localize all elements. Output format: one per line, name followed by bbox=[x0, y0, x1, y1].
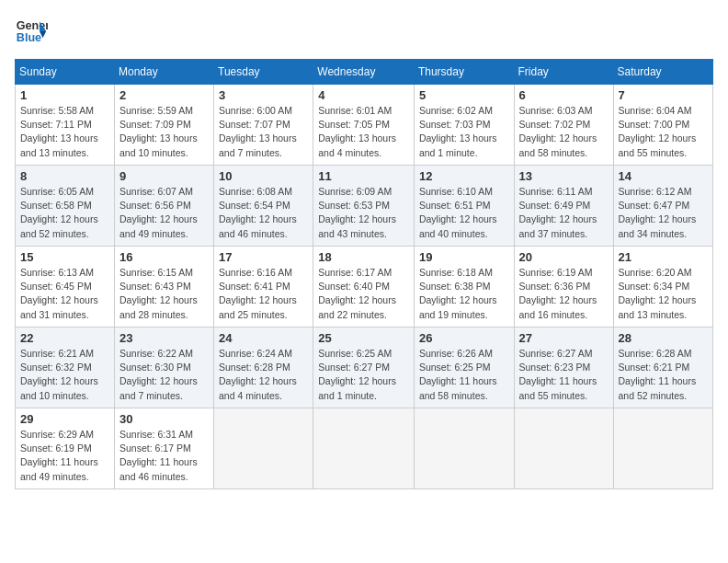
calendar-cell: 5Sunrise: 6:02 AM Sunset: 7:03 PM Daylig… bbox=[414, 85, 514, 166]
day-number: 22 bbox=[20, 331, 109, 345]
day-info: Sunrise: 6:13 AM Sunset: 6:45 PM Dayligh… bbox=[20, 266, 109, 322]
calendar-cell: 17Sunrise: 6:16 AM Sunset: 6:41 PM Dayli… bbox=[214, 247, 313, 327]
day-info: Sunrise: 6:08 AM Sunset: 6:54 PM Dayligh… bbox=[219, 185, 308, 241]
day-info: Sunrise: 6:21 AM Sunset: 6:32 PM Dayligh… bbox=[20, 347, 109, 403]
day-number: 12 bbox=[419, 169, 509, 183]
calendar-cell: 8Sunrise: 6:05 AM Sunset: 6:58 PM Daylig… bbox=[16, 166, 115, 247]
day-number: 19 bbox=[419, 250, 509, 264]
day-number: 9 bbox=[119, 169, 209, 183]
weekday-header-sunday: Sunday bbox=[16, 60, 115, 85]
calendar-week-row: 1Sunrise: 5:58 AM Sunset: 7:11 PM Daylig… bbox=[16, 85, 713, 166]
calendar-cell: 12Sunrise: 6:10 AM Sunset: 6:51 PM Dayli… bbox=[414, 166, 514, 247]
day-number: 3 bbox=[219, 88, 308, 102]
calendar-cell: 13Sunrise: 6:11 AM Sunset: 6:49 PM Dayli… bbox=[514, 166, 613, 247]
calendar-cell: 10Sunrise: 6:08 AM Sunset: 6:54 PM Dayli… bbox=[214, 166, 313, 247]
calendar-cell: 2Sunrise: 5:59 AM Sunset: 7:09 PM Daylig… bbox=[115, 85, 214, 166]
calendar-cell: 29Sunrise: 6:29 AM Sunset: 6:19 PM Dayli… bbox=[16, 408, 115, 489]
logo-icon: General Blue bbox=[15, 15, 48, 48]
page-header: General Blue bbox=[15, 15, 713, 48]
day-info: Sunrise: 6:25 AM Sunset: 6:27 PM Dayligh… bbox=[318, 347, 409, 403]
day-info: Sunrise: 6:07 AM Sunset: 6:56 PM Dayligh… bbox=[119, 185, 209, 241]
calendar-week-row: 8Sunrise: 6:05 AM Sunset: 6:58 PM Daylig… bbox=[16, 166, 713, 247]
calendar-cell: 28Sunrise: 6:28 AM Sunset: 6:21 PM Dayli… bbox=[613, 327, 712, 408]
day-info: Sunrise: 5:59 AM Sunset: 7:09 PM Dayligh… bbox=[119, 104, 209, 160]
weekday-header-row: SundayMondayTuesdayWednesdayThursdayFrid… bbox=[16, 60, 713, 85]
day-info: Sunrise: 6:31 AM Sunset: 6:17 PM Dayligh… bbox=[119, 428, 209, 484]
day-info: Sunrise: 6:27 AM Sunset: 6:23 PM Dayligh… bbox=[519, 347, 609, 403]
calendar-cell: 22Sunrise: 6:21 AM Sunset: 6:32 PM Dayli… bbox=[16, 327, 115, 408]
weekday-header-saturday: Saturday bbox=[613, 60, 712, 85]
day-number: 13 bbox=[519, 169, 609, 183]
day-number: 15 bbox=[20, 250, 109, 264]
calendar-cell: 27Sunrise: 6:27 AM Sunset: 6:23 PM Dayli… bbox=[514, 327, 613, 408]
day-number: 29 bbox=[20, 412, 109, 426]
day-number: 26 bbox=[419, 331, 509, 345]
day-info: Sunrise: 6:15 AM Sunset: 6:43 PM Dayligh… bbox=[119, 266, 209, 322]
calendar-cell: 4Sunrise: 6:01 AM Sunset: 7:05 PM Daylig… bbox=[313, 85, 415, 166]
day-info: Sunrise: 6:20 AM Sunset: 6:34 PM Dayligh… bbox=[619, 266, 708, 322]
calendar-cell: 9Sunrise: 6:07 AM Sunset: 6:56 PM Daylig… bbox=[115, 166, 214, 247]
calendar-cell: 21Sunrise: 6:20 AM Sunset: 6:34 PM Dayli… bbox=[613, 247, 712, 327]
day-info: Sunrise: 6:01 AM Sunset: 7:05 PM Dayligh… bbox=[318, 104, 409, 160]
day-number: 14 bbox=[619, 169, 708, 183]
logo: General Blue bbox=[15, 15, 51, 48]
calendar-cell: 14Sunrise: 6:12 AM Sunset: 6:47 PM Dayli… bbox=[613, 166, 712, 247]
calendar-cell: 11Sunrise: 6:09 AM Sunset: 6:53 PM Dayli… bbox=[313, 166, 415, 247]
day-info: Sunrise: 6:16 AM Sunset: 6:41 PM Dayligh… bbox=[219, 266, 308, 322]
day-info: Sunrise: 6:12 AM Sunset: 6:47 PM Dayligh… bbox=[619, 185, 708, 241]
calendar-cell bbox=[214, 408, 313, 489]
calendar-cell: 30Sunrise: 6:31 AM Sunset: 6:17 PM Dayli… bbox=[115, 408, 214, 489]
day-info: Sunrise: 6:19 AM Sunset: 6:36 PM Dayligh… bbox=[519, 266, 609, 322]
day-info: Sunrise: 6:05 AM Sunset: 6:58 PM Dayligh… bbox=[20, 185, 109, 241]
day-number: 1 bbox=[20, 88, 109, 102]
calendar-cell: 15Sunrise: 6:13 AM Sunset: 6:45 PM Dayli… bbox=[16, 247, 115, 327]
calendar-cell: 1Sunrise: 5:58 AM Sunset: 7:11 PM Daylig… bbox=[16, 85, 115, 166]
calendar-cell: 18Sunrise: 6:17 AM Sunset: 6:40 PM Dayli… bbox=[313, 247, 415, 327]
day-number: 11 bbox=[318, 169, 409, 183]
day-number: 2 bbox=[119, 88, 209, 102]
day-number: 6 bbox=[519, 88, 609, 102]
calendar-table: SundayMondayTuesdayWednesdayThursdayFrid… bbox=[15, 59, 713, 489]
weekday-header-monday: Monday bbox=[115, 60, 214, 85]
calendar-cell: 7Sunrise: 6:04 AM Sunset: 7:00 PM Daylig… bbox=[613, 85, 712, 166]
day-info: Sunrise: 6:11 AM Sunset: 6:49 PM Dayligh… bbox=[519, 185, 609, 241]
day-number: 25 bbox=[318, 331, 409, 345]
calendar-cell: 16Sunrise: 6:15 AM Sunset: 6:43 PM Dayli… bbox=[115, 247, 214, 327]
day-number: 27 bbox=[519, 331, 609, 345]
day-info: Sunrise: 6:22 AM Sunset: 6:30 PM Dayligh… bbox=[119, 347, 209, 403]
weekday-header-thursday: Thursday bbox=[414, 60, 514, 85]
calendar-cell: 19Sunrise: 6:18 AM Sunset: 6:38 PM Dayli… bbox=[414, 247, 514, 327]
day-info: Sunrise: 6:00 AM Sunset: 7:07 PM Dayligh… bbox=[219, 104, 308, 160]
day-info: Sunrise: 6:28 AM Sunset: 6:21 PM Dayligh… bbox=[619, 347, 708, 403]
day-number: 28 bbox=[619, 331, 708, 345]
day-info: Sunrise: 6:17 AM Sunset: 6:40 PM Dayligh… bbox=[318, 266, 409, 322]
day-number: 30 bbox=[119, 412, 209, 426]
day-info: Sunrise: 6:02 AM Sunset: 7:03 PM Dayligh… bbox=[419, 104, 509, 160]
calendar-cell bbox=[313, 408, 415, 489]
svg-text:Blue: Blue bbox=[17, 31, 41, 44]
weekday-header-friday: Friday bbox=[514, 60, 613, 85]
calendar-cell: 20Sunrise: 6:19 AM Sunset: 6:36 PM Dayli… bbox=[514, 247, 613, 327]
day-info: Sunrise: 6:10 AM Sunset: 6:51 PM Dayligh… bbox=[419, 185, 509, 241]
calendar-cell bbox=[414, 408, 514, 489]
day-info: Sunrise: 6:29 AM Sunset: 6:19 PM Dayligh… bbox=[20, 428, 109, 484]
day-number: 5 bbox=[419, 88, 509, 102]
calendar-cell: 6Sunrise: 6:03 AM Sunset: 7:02 PM Daylig… bbox=[514, 85, 613, 166]
day-info: Sunrise: 6:26 AM Sunset: 6:25 PM Dayligh… bbox=[419, 347, 509, 403]
day-number: 4 bbox=[318, 88, 409, 102]
day-info: Sunrise: 6:04 AM Sunset: 7:00 PM Dayligh… bbox=[619, 104, 708, 160]
calendar-cell: 23Sunrise: 6:22 AM Sunset: 6:30 PM Dayli… bbox=[115, 327, 214, 408]
weekday-header-tuesday: Tuesday bbox=[214, 60, 313, 85]
calendar-cell: 24Sunrise: 6:24 AM Sunset: 6:28 PM Dayli… bbox=[214, 327, 313, 408]
day-info: Sunrise: 6:24 AM Sunset: 6:28 PM Dayligh… bbox=[219, 347, 308, 403]
day-number: 18 bbox=[318, 250, 409, 264]
day-number: 7 bbox=[619, 88, 708, 102]
day-number: 16 bbox=[119, 250, 209, 264]
day-number: 20 bbox=[519, 250, 609, 264]
calendar-cell: 3Sunrise: 6:00 AM Sunset: 7:07 PM Daylig… bbox=[214, 85, 313, 166]
day-info: Sunrise: 5:58 AM Sunset: 7:11 PM Dayligh… bbox=[20, 104, 109, 160]
day-number: 17 bbox=[219, 250, 308, 264]
weekday-header-wednesday: Wednesday bbox=[313, 60, 415, 85]
calendar-cell bbox=[613, 408, 712, 489]
calendar-cell: 25Sunrise: 6:25 AM Sunset: 6:27 PM Dayli… bbox=[313, 327, 415, 408]
